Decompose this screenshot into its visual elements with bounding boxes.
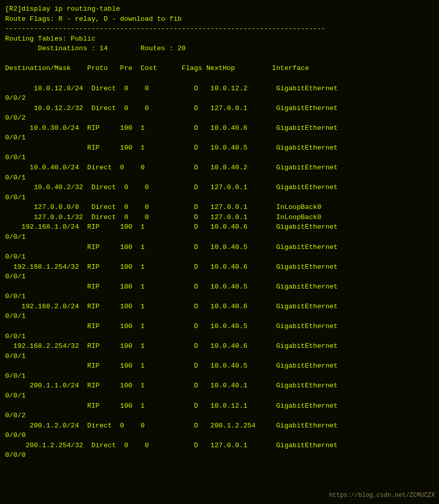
terminal-output: [R2]display ip routing-table Route Flags… bbox=[5, 4, 434, 460]
watermark: https://blog.csdn.net/ZCMUCZX bbox=[329, 491, 435, 500]
